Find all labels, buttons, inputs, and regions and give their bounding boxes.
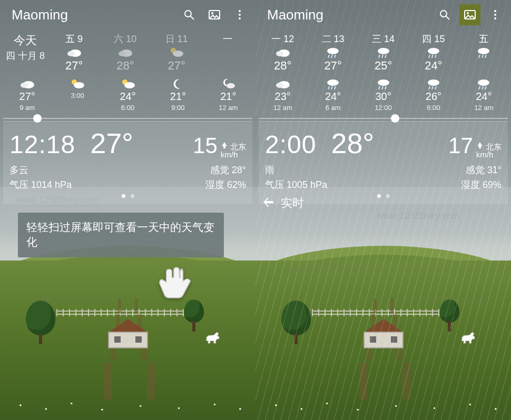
tree	[439, 299, 459, 332]
weather-icon	[120, 78, 136, 89]
weather-icon	[170, 78, 186, 89]
today-label: 今天	[2, 33, 48, 48]
hour-label: 3:00	[71, 92, 84, 99]
wind-block: 17 北东 km/h	[448, 133, 502, 158]
day-label: 一	[223, 33, 232, 45]
horse	[457, 328, 480, 344]
hour-column[interactable]: 23°12 am	[258, 78, 308, 117]
hour-column[interactable]: 24°6 am	[308, 78, 358, 117]
weather-icon	[117, 46, 133, 58]
day-column[interactable]: 六 1028°	[100, 33, 151, 76]
hour-column[interactable]: 3:00	[52, 78, 102, 117]
humidity-value: 62%	[227, 179, 246, 190]
day-column[interactable]: 三 1425°	[358, 33, 408, 76]
hour-label: 9 am	[19, 104, 35, 112]
tree	[26, 301, 55, 344]
current-time: 2:00	[265, 130, 316, 159]
time-scrubber[interactable]	[3, 118, 252, 119]
hour-column[interactable]: 27°9 am	[2, 78, 52, 117]
scenery-button[interactable]	[204, 4, 225, 25]
condition-text: 多云	[9, 164, 28, 176]
day-label: 一 12	[271, 33, 294, 45]
day-temp: 28°	[116, 59, 134, 73]
back-arrow-icon	[262, 195, 276, 212]
day-label: 五	[479, 33, 488, 45]
day-column[interactable]: 五 927°	[48, 33, 100, 76]
back-realtime[interactable]: 实时	[262, 195, 304, 212]
feels-like: 28°	[232, 165, 246, 175]
app-bar: Maoming	[256, 0, 511, 29]
tree	[281, 301, 311, 344]
day-column[interactable]: 二 1327°	[308, 33, 358, 76]
hour-column[interactable]: 30°12:00	[358, 78, 408, 117]
day-temp: 25°	[375, 59, 392, 73]
scenery-button[interactable]	[459, 4, 480, 25]
house	[363, 319, 404, 348]
hour-label: 6 am	[326, 104, 341, 112]
hour-label: 6:00	[427, 104, 440, 112]
weather-icon	[275, 78, 291, 89]
weather-icon	[376, 46, 391, 58]
pressure-value: 1005 hPa	[287, 179, 327, 190]
wind-unit: km/h	[221, 150, 238, 159]
hour-column[interactable]: 24°6:00	[103, 78, 153, 117]
more-button[interactable]	[485, 4, 506, 25]
day-temp: 27°	[324, 59, 341, 73]
hour-temp: 26°	[426, 91, 441, 103]
wind-arrow-icon	[221, 141, 228, 148]
weather-icon	[376, 78, 391, 89]
hourly-forecast[interactable]: 27°9 am3:0024°6:0021°9:0021°12 am	[0, 76, 256, 118]
flowers	[256, 383, 511, 420]
horse	[202, 328, 225, 344]
search-button[interactable]	[434, 4, 455, 25]
day-label: 四 15	[422, 33, 445, 45]
daily-forecast[interactable]: 一 1228°二 1327°三 1425°四 1524°五	[256, 29, 511, 76]
hour-temp: 23°	[275, 91, 291, 103]
day-column[interactable]: 一 1228°	[258, 33, 308, 76]
hour-column[interactable]: 21°12 am	[203, 78, 253, 117]
today-block[interactable]: 今天 四 十月 8	[2, 33, 48, 76]
hourly-forecast[interactable]: 23°12 am24°6 am30°12:0026°6:0024°12 am	[256, 76, 511, 118]
time-scrubber[interactable]	[259, 118, 508, 119]
weather-icon	[325, 78, 341, 89]
city-name[interactable]: Maoming	[267, 7, 430, 23]
hour-label: 9:00	[171, 104, 184, 112]
hour-temp: 24°	[325, 91, 341, 103]
back-label: 实时	[281, 195, 304, 211]
search-button[interactable]	[179, 4, 200, 25]
pager-dots[interactable]	[9, 194, 246, 198]
wind-unit: km/h	[476, 150, 494, 159]
hour-label: 12 am	[474, 104, 493, 112]
hour-label: 6:00	[121, 104, 134, 112]
daily-forecast[interactable]: 今天 四 十月 8 五 927°六 1028°日 1127°一	[0, 29, 256, 76]
current-card[interactable]: 12:18 27° 15 北东 km/h 多云 感觉 28° 气压 1014 h…	[3, 121, 252, 204]
day-column[interactable]: 一	[202, 33, 253, 76]
hour-column[interactable]: 21°9:00	[153, 78, 203, 117]
current-card[interactable]: 2:00 28° 17 北东 km/h 雨 感觉 31° 气压 1005 hPa…	[259, 121, 508, 204]
day-column[interactable]: 四 1524°	[408, 33, 458, 76]
hour-temp: 24°	[120, 91, 135, 103]
weather-icon	[70, 78, 85, 89]
day-temp: 24°	[425, 59, 442, 73]
today-date: 四 十月 8	[2, 49, 48, 62]
current-time: 12:18	[9, 130, 75, 159]
feels-like: 31°	[487, 165, 502, 175]
hint-tooltip: 轻轻扫过屏幕即可查看一天中的天气变化	[18, 213, 224, 257]
day-column[interactable]: 日 1127°	[151, 33, 202, 76]
day-label: 二 13	[322, 33, 345, 45]
hour-column[interactable]: 24°12 am	[459, 78, 509, 117]
hour-column[interactable]: 26°6:00	[408, 78, 458, 117]
city-name[interactable]: Maoming	[12, 7, 174, 23]
day-temp: 28°	[274, 59, 291, 73]
current-temp: 27°	[90, 127, 133, 159]
hour-temp: 27°	[19, 91, 35, 103]
day-label: 六 10	[114, 33, 136, 45]
weather-icon	[66, 46, 82, 58]
day-temp: 27°	[65, 59, 83, 73]
more-button[interactable]	[229, 4, 250, 25]
wind-speed: 15	[193, 133, 218, 158]
right-screen: www.12580sky.com www.12580sky.com www.12…	[256, 0, 511, 420]
day-label: 五 9	[65, 33, 83, 45]
wind-block: 15 北东 km/h	[193, 133, 246, 158]
day-column[interactable]: 五	[459, 33, 509, 76]
